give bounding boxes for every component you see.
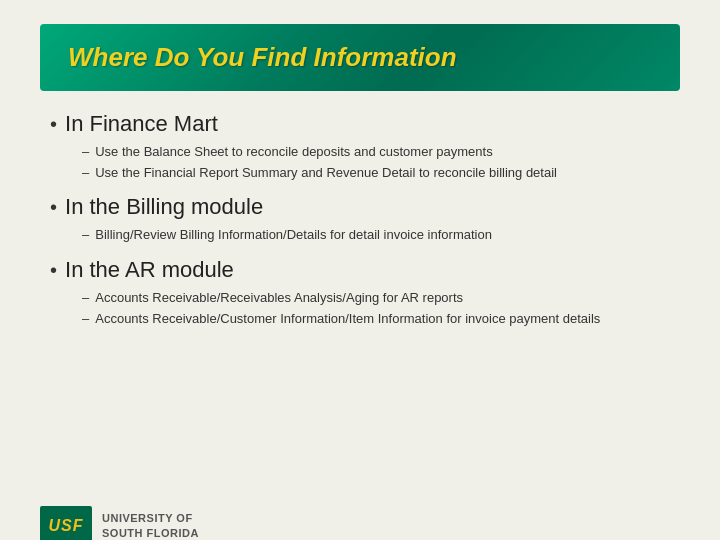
header-banner: Where Do You Find Information bbox=[40, 24, 680, 91]
bullet-section-finance-mart: • In Finance Mart – Use the Balance Shee… bbox=[50, 111, 670, 182]
bullet-text-finance-mart: In Finance Mart bbox=[65, 111, 218, 137]
sub-dash-1: – bbox=[82, 144, 89, 159]
bullet-section-ar: • In the AR module – Accounts Receivable… bbox=[50, 257, 670, 328]
sub-text-billing-1: Billing/Review Billing Information/Detai… bbox=[95, 226, 492, 244]
bullet-dot-3: • bbox=[50, 260, 57, 280]
bullet-text-ar: In the AR module bbox=[65, 257, 234, 283]
usf-university-name: UNIVERSITY OF SOUTH FLORIDA bbox=[102, 511, 199, 540]
usf-logo-text: USF bbox=[49, 517, 84, 535]
sub-text-finance-1: Use the Balance Sheet to reconcile depos… bbox=[95, 143, 492, 161]
bullet-main-billing: • In the Billing module bbox=[50, 194, 670, 220]
slide: Where Do You Find Information • In Finan… bbox=[0, 24, 720, 540]
sub-text-ar-1: Accounts Receivable/Receivables Analysis… bbox=[95, 289, 463, 307]
bullet-main-ar: • In the AR module bbox=[50, 257, 670, 283]
sub-text-finance-2: Use the Financial Report Summary and Rev… bbox=[95, 164, 557, 182]
sub-bullet-ar-2: – Accounts Receivable/Customer Informati… bbox=[82, 310, 670, 328]
sub-bullet-finance-2: – Use the Financial Report Summary and R… bbox=[82, 164, 670, 182]
sub-text-ar-2: Accounts Receivable/Customer Information… bbox=[95, 310, 600, 328]
sub-bullets-ar: – Accounts Receivable/Receivables Analys… bbox=[82, 289, 670, 328]
sub-bullet-billing-1: – Billing/Review Billing Information/Det… bbox=[82, 226, 670, 244]
sub-bullets-billing: – Billing/Review Billing Information/Det… bbox=[82, 226, 670, 244]
usf-logo-box: USF bbox=[40, 506, 92, 540]
header-title: Where Do You Find Information bbox=[68, 42, 652, 73]
usf-name-line2: SOUTH FLORIDA bbox=[102, 526, 199, 540]
footer: USF UNIVERSITY OF SOUTH FLORIDA bbox=[40, 506, 199, 540]
content-area: • In Finance Mart – Use the Balance Shee… bbox=[0, 91, 720, 350]
bullet-text-billing: In the Billing module bbox=[65, 194, 263, 220]
sub-bullet-finance-1: – Use the Balance Sheet to reconcile dep… bbox=[82, 143, 670, 161]
sub-bullet-ar-1: – Accounts Receivable/Receivables Analys… bbox=[82, 289, 670, 307]
sub-dash-2: – bbox=[82, 165, 89, 180]
bullet-dot-2: • bbox=[50, 197, 57, 217]
bullet-dot-1: • bbox=[50, 114, 57, 134]
bullet-section-billing: • In the Billing module – Billing/Review… bbox=[50, 194, 670, 244]
bullet-main-finance-mart: • In Finance Mart bbox=[50, 111, 670, 137]
sub-dash-5: – bbox=[82, 311, 89, 326]
sub-bullets-finance-mart: – Use the Balance Sheet to reconcile dep… bbox=[82, 143, 670, 182]
sub-dash-4: – bbox=[82, 290, 89, 305]
usf-name-line1: UNIVERSITY OF bbox=[102, 511, 199, 526]
sub-dash-3: – bbox=[82, 227, 89, 242]
